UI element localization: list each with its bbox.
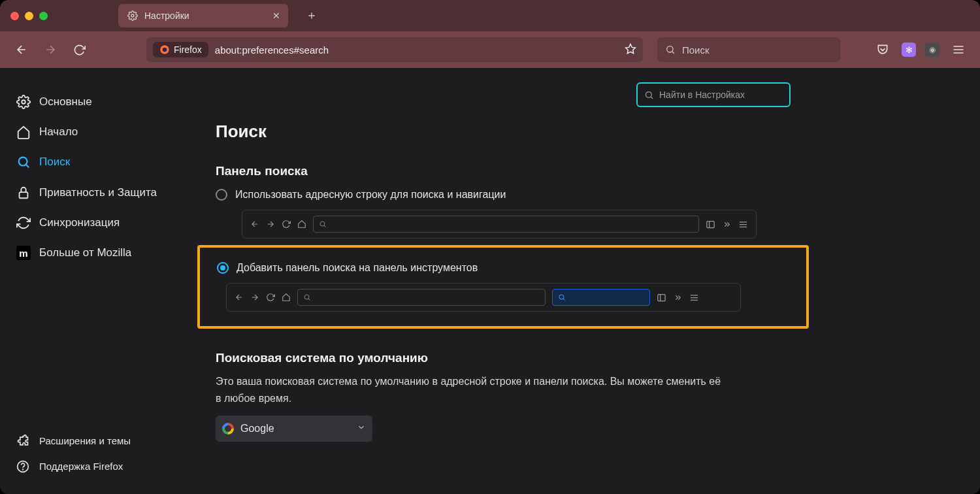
- arrow-right-icon: [266, 220, 275, 229]
- reload-icon: [73, 44, 86, 56]
- content-area: Основные Начало Поиск Приватность и Защи…: [0, 68, 980, 494]
- back-button[interactable]: [12, 40, 31, 59]
- sidebar-item-label: Начало: [39, 125, 78, 139]
- highlighted-selection: Добавить панель поиска на панель инструм…: [197, 245, 809, 329]
- search-icon: [303, 293, 311, 301]
- svg-point-10: [646, 91, 652, 97]
- mock-toolbar-addressbar-only: [242, 210, 757, 239]
- settings-search-input[interactable]: Найти в Настройках: [636, 82, 791, 107]
- search-icon: [16, 155, 31, 169]
- sidebar-item-extensions[interactable]: Расширения и темы: [0, 429, 189, 453]
- gear-icon: [127, 10, 138, 21]
- svg-rect-12: [707, 221, 714, 227]
- chevrons-right-icon: [673, 293, 683, 303]
- svg-point-14: [559, 295, 564, 299]
- svg-point-11: [320, 222, 325, 226]
- radio-button[interactable]: [216, 189, 227, 201]
- default-engine-select[interactable]: Google: [216, 416, 372, 442]
- close-window-button[interactable]: [10, 12, 19, 20]
- radio-label: Добавить панель поиска на панель инструм…: [237, 262, 478, 274]
- maximize-window-button[interactable]: [39, 12, 48, 20]
- plus-icon: [306, 10, 317, 21]
- arrow-left-icon: [235, 293, 244, 302]
- radio-label: Использовать адресную строку для поиска …: [235, 189, 506, 201]
- radio-option-addressbar[interactable]: Использовать адресную строку для поиска …: [216, 189, 777, 201]
- search-placeholder: Поиск: [682, 44, 710, 56]
- close-tab-button[interactable]: ✕: [272, 10, 280, 21]
- snowflake-icon: ✻: [906, 45, 913, 55]
- home-icon: [16, 125, 31, 139]
- section-searchbar-heading: Панель поиска: [216, 164, 777, 178]
- settings-main: Найти в Настройках Поиск Панель поиска И…: [189, 68, 804, 494]
- firefox-icon: [159, 44, 170, 55]
- pocket-icon: [876, 43, 889, 56]
- svg-point-13: [304, 295, 309, 299]
- radio-option-separate-searchbar[interactable]: Добавить панель поиска на панель инструм…: [217, 262, 797, 274]
- mock-searchbar: [552, 289, 650, 306]
- toolbar-search[interactable]: Поиск: [657, 37, 840, 62]
- settings-sidebar: Основные Начало Поиск Приватность и Защи…: [0, 68, 189, 494]
- sidebar-item-label: Приватность и Защита: [39, 186, 157, 199]
- section-default-engine-heading: Поисковая система по умолчанию: [216, 351, 777, 365]
- sidebar-item-sync[interactable]: Синхронизация: [0, 208, 189, 237]
- svg-point-4: [667, 46, 673, 52]
- radio-button-checked[interactable]: [217, 262, 229, 274]
- forward-button[interactable]: [41, 40, 60, 59]
- firefox-badge: Firefox: [153, 42, 208, 58]
- search-icon: [558, 293, 566, 301]
- sidebar-item-label: Синхронизация: [39, 216, 120, 229]
- sync-icon: [16, 216, 31, 230]
- url-text: about:preferences#search: [215, 44, 329, 56]
- settings-search-placeholder: Найти в Настройках: [659, 90, 745, 100]
- chevron-down-icon: [357, 423, 366, 435]
- app-menu-button[interactable]: [949, 40, 968, 59]
- search-icon: [319, 220, 327, 228]
- svg-point-0: [131, 14, 134, 17]
- arrow-left-icon: [15, 43, 28, 56]
- lock-icon: [16, 186, 31, 200]
- reload-icon: [266, 293, 275, 302]
- extension-ublock-button[interactable]: ◉: [925, 42, 939, 57]
- page-title: Поиск: [216, 122, 777, 142]
- star-icon: [625, 43, 636, 55]
- mozilla-icon: m: [16, 246, 31, 260]
- extension-snowflake-button[interactable]: ✻: [902, 42, 916, 57]
- chevrons-right-icon: [722, 220, 732, 229]
- minimize-window-button[interactable]: [25, 12, 33, 20]
- sidebar-item-support[interactable]: Поддержка Firefox: [0, 454, 189, 478]
- mock-addressbar: [313, 216, 699, 233]
- address-bar[interactable]: Firefox about:preferences#search: [146, 37, 643, 62]
- hamburger-icon: [738, 220, 748, 229]
- pocket-button[interactable]: [873, 40, 892, 59]
- search-icon: [644, 90, 654, 100]
- bookmark-button[interactable]: [625, 43, 636, 57]
- sidebar-item-label: Основные: [39, 95, 92, 108]
- reload-button[interactable]: [69, 40, 89, 59]
- hamburger-icon: [689, 293, 699, 303]
- browser-window: Настройки ✕ Firefox about:preferences#se…: [0, 0, 980, 494]
- sidebar-item-home[interactable]: Начало: [0, 118, 189, 146]
- new-tab-button[interactable]: [301, 5, 322, 26]
- arrow-left-icon: [250, 220, 259, 229]
- window-controls: [10, 12, 48, 20]
- reload-icon: [282, 220, 291, 229]
- svg-point-9: [23, 469, 24, 470]
- svg-point-2: [163, 48, 167, 52]
- arrow-right-icon: [250, 293, 259, 302]
- sidebar-item-label: Больше от Mozilla: [39, 246, 131, 259]
- mock-addressbar: [297, 289, 546, 306]
- sidebar-item-privacy[interactable]: Приватность и Защита: [0, 178, 189, 207]
- svg-point-6: [19, 157, 27, 166]
- browser-tab[interactable]: Настройки ✕: [118, 4, 288, 27]
- engine-selected-label: Google: [240, 423, 274, 435]
- sidebar-item-general[interactable]: Основные: [0, 88, 189, 116]
- sidebar-item-label: Расширения и темы: [39, 435, 131, 446]
- svg-rect-7: [20, 192, 28, 198]
- tab-title: Настройки: [144, 10, 189, 21]
- sidebar-icon: [657, 293, 666, 303]
- sidebar-item-search[interactable]: Поиск: [0, 148, 189, 176]
- svg-rect-15: [658, 294, 665, 301]
- sidebar-item-mozilla[interactable]: m Больше от Mozilla: [0, 239, 189, 267]
- search-icon: [665, 44, 676, 55]
- home-icon: [297, 220, 306, 229]
